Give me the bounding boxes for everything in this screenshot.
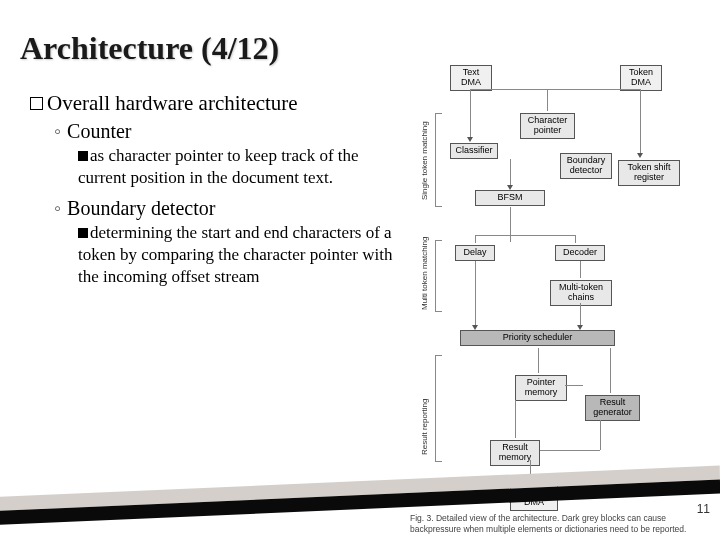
box-boundary-detector: Boundary detector xyxy=(560,153,612,179)
bullet-counter: ◦Counter xyxy=(54,120,400,143)
box-token-shift: Token shift register xyxy=(618,160,680,186)
box-classifier: Classifier xyxy=(450,143,498,159)
box-token-dma: Token DMA xyxy=(620,65,662,91)
box-result-memory: Result memory xyxy=(490,440,540,466)
box-priority-scheduler: Priority scheduler xyxy=(460,330,615,346)
box-char-pointer: Character pointer xyxy=(520,113,575,139)
bullet-boundary: ◦Boundary detector xyxy=(54,197,400,220)
box-result-generator: Result generator xyxy=(585,395,640,421)
text-content: Overall hardware architecture ◦Counter a… xyxy=(20,85,400,296)
label-single-token: Single token matching xyxy=(420,115,429,200)
box-text-dma: Text DMA xyxy=(450,65,492,91)
bullet-boundary-desc: determining the start and end characters… xyxy=(78,222,400,288)
box-bfsm: BFSM xyxy=(475,190,545,206)
bullet-main: Overall hardware architecture xyxy=(30,91,400,116)
slide-title: Architecture (4/12) xyxy=(20,30,720,67)
page-number: 11 xyxy=(697,502,710,516)
box-decoder: Decoder xyxy=(555,245,605,261)
box-pointer-memory: Pointer memory xyxy=(515,375,567,401)
label-multi-token: Multi token matching xyxy=(420,240,429,310)
box-multi-chain: Multi-token chains xyxy=(550,280,612,306)
figure-caption: Fig. 3. Detailed view of the architectur… xyxy=(410,513,690,534)
bullet-counter-desc: as character pointer to keep track of th… xyxy=(78,145,400,189)
box-delay: Delay xyxy=(455,245,495,261)
label-result-reporting: Result reporting xyxy=(420,360,429,455)
architecture-diagram: Text DMA Token DMA Character pointer Cla… xyxy=(400,85,700,296)
